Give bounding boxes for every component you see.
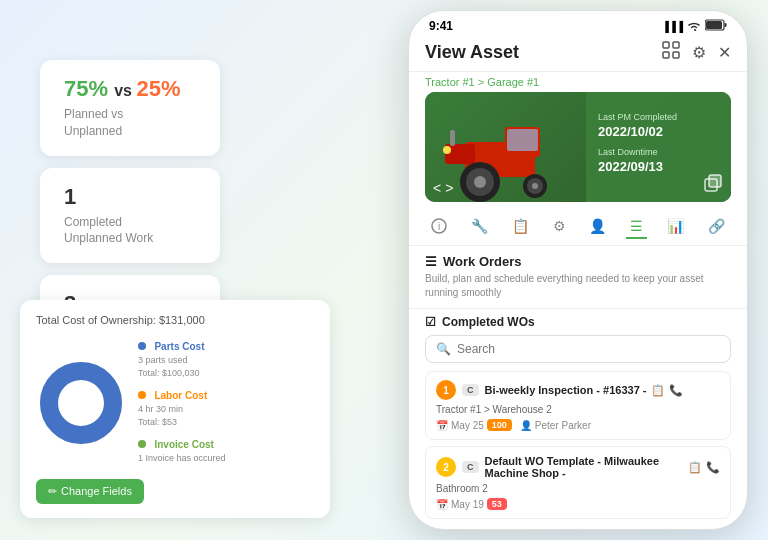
unplanned-number: 1 bbox=[64, 184, 196, 210]
stat-card-planned: 75% vs 25% Planned vsUnplanned bbox=[40, 60, 220, 156]
wo-status-1: C bbox=[462, 384, 479, 396]
last-downtime-date: 2022/09/13 bbox=[598, 159, 719, 174]
tab-list[interactable]: ☰ bbox=[626, 216, 647, 239]
donut-card-body: Parts Cost 3 parts usedTotal: $100,030 L… bbox=[36, 336, 314, 471]
calendar-icon-2: 📅 bbox=[436, 499, 448, 510]
legend-parts-sub: 3 parts usedTotal: $100,030 bbox=[138, 354, 314, 379]
page-title: View Asset bbox=[425, 42, 519, 63]
wo-name-1: Bi-weekly Inspection - #16337 - bbox=[485, 384, 647, 396]
svg-point-4 bbox=[59, 381, 103, 425]
planned-vs: vs bbox=[114, 82, 136, 99]
wo-title-row-2: Default WO Template - Milwaukee Machine … bbox=[485, 455, 721, 479]
planned-label: Planned vsUnplanned bbox=[64, 106, 196, 140]
wo-title-row-1: Bi-weekly Inspection - #16337 - 📋 📞 bbox=[485, 384, 721, 397]
close-icon[interactable]: ✕ bbox=[718, 43, 731, 62]
wo-date-1: 📅 May 25 100 bbox=[436, 419, 512, 431]
tab-link[interactable]: 🔗 bbox=[704, 216, 729, 239]
legend-invoice-title: Invoice Cost bbox=[138, 434, 314, 452]
svg-rect-8 bbox=[663, 42, 669, 48]
breadcrumb: Tractor #1 > Garage #1 bbox=[409, 72, 747, 92]
wo-meta-1: 📅 May 25 100 👤 Peter Parker bbox=[436, 419, 720, 431]
wo-priority-1: 1 bbox=[436, 380, 456, 400]
wo-date-2: 📅 May 19 53 bbox=[436, 498, 507, 510]
date-label-1: May 25 bbox=[451, 420, 484, 431]
wo-item-2[interactable]: 2 C Default WO Template - Milwaukee Mach… bbox=[425, 446, 731, 519]
wo-status-2: C bbox=[462, 461, 479, 473]
svg-point-22 bbox=[532, 183, 538, 189]
donut-legend: Parts Cost 3 parts usedTotal: $100,030 L… bbox=[138, 336, 314, 471]
wo-sub-1: Tractor #1 > Warehouse 2 bbox=[436, 404, 720, 415]
legend-dot-parts bbox=[138, 342, 146, 350]
wo-section-title: ☰ Work Orders bbox=[425, 254, 731, 269]
prev-icon[interactable]: < bbox=[433, 180, 441, 196]
legend-parts-label: Parts Cost bbox=[154, 341, 204, 352]
svg-rect-7 bbox=[706, 21, 722, 29]
svg-point-19 bbox=[474, 176, 486, 188]
wo-icons-2: 📋 📞 bbox=[688, 461, 720, 474]
wo-name-2: Default WO Template - Milwaukee Machine … bbox=[485, 455, 685, 479]
legend-dot-labor bbox=[138, 391, 146, 399]
next-icon[interactable]: > bbox=[445, 180, 453, 196]
date-label-2: May 19 bbox=[451, 499, 484, 510]
tab-info[interactable]: i bbox=[427, 216, 451, 239]
grid-icon[interactable] bbox=[662, 41, 680, 63]
svg-rect-11 bbox=[673, 52, 679, 58]
phone-mockup: 9:41 ▐▐▐ View Asset ⚙ ✕ Tractor #1 > Gar… bbox=[408, 10, 748, 530]
svg-rect-10 bbox=[663, 52, 669, 58]
svg-rect-16 bbox=[450, 130, 455, 146]
wifi-icon bbox=[687, 19, 701, 33]
donut-chart bbox=[36, 358, 126, 448]
legend-labor-label: Labor Cost bbox=[154, 390, 207, 401]
svg-rect-6 bbox=[725, 23, 727, 27]
date-badge-1: 100 bbox=[487, 419, 512, 431]
tab-icons-row: i 🔧 📋 ⚙ 👤 ☰ 📊 🔗 bbox=[409, 210, 747, 246]
wo-icon: ☰ bbox=[425, 254, 437, 269]
work-orders-section: ☰ Work Orders Build, plan and schedule e… bbox=[409, 246, 747, 309]
completed-wo-title: ☑ Completed WOs bbox=[425, 315, 731, 329]
tab-gear[interactable]: ⚙ bbox=[549, 216, 570, 239]
wo-clipboard-icon-2: 📋 bbox=[688, 461, 702, 474]
planned-value: 75% vs 25% bbox=[64, 76, 196, 102]
legend-labor-title: Labor Cost bbox=[138, 385, 314, 403]
wo-item-1[interactable]: 1 C Bi-weekly Inspection - #16337 - 📋 📞 … bbox=[425, 371, 731, 440]
header-icons: ⚙ ✕ bbox=[662, 41, 731, 63]
wo-item-2-header: 2 C Default WO Template - Milwaukee Mach… bbox=[436, 455, 720, 479]
svg-rect-14 bbox=[507, 129, 538, 151]
legend-invoice: Invoice Cost 1 Invoice has occured bbox=[138, 434, 314, 465]
change-fields-icon: ✏ bbox=[48, 485, 57, 498]
stat-card-unplanned: 1 CompletedUnplanned Work bbox=[40, 168, 220, 264]
wo-sub-2: Bathroom 2 bbox=[436, 483, 720, 494]
wo-phone-icon-2: 📞 bbox=[706, 461, 720, 474]
tab-person[interactable]: 👤 bbox=[585, 216, 610, 239]
tractor-image bbox=[435, 112, 565, 202]
svg-rect-9 bbox=[673, 42, 679, 48]
wo-clipboard-icon-1: 📋 bbox=[651, 384, 665, 397]
tab-clipboard[interactable]: 📋 bbox=[508, 216, 533, 239]
image-nav[interactable]: < > bbox=[433, 180, 453, 196]
legend-invoice-sub: 1 Invoice has occured bbox=[138, 452, 314, 465]
wo-phone-icon-1: 📞 bbox=[669, 384, 683, 397]
search-input[interactable] bbox=[457, 342, 720, 356]
status-bar: 9:41 ▐▐▐ bbox=[409, 11, 747, 37]
change-fields-label: Change Fields bbox=[61, 485, 132, 497]
wo-user-1: 👤 Peter Parker bbox=[520, 420, 591, 431]
wo-meta-2: 📅 May 19 53 bbox=[436, 498, 720, 510]
phone-header: View Asset ⚙ ✕ bbox=[409, 37, 747, 72]
unplanned-label: CompletedUnplanned Work bbox=[64, 214, 196, 248]
search-box[interactable]: 🔍 bbox=[425, 335, 731, 363]
last-downtime-label: Last Downtime bbox=[598, 147, 719, 157]
date-badge-2: 53 bbox=[487, 498, 507, 510]
legend-labor-sub: 4 hr 30 minTotal: $53 bbox=[138, 403, 314, 428]
donut-card-title: Total Cost of Ownership: $131,000 bbox=[36, 314, 314, 326]
change-fields-button[interactable]: ✏ Change Fields bbox=[36, 479, 144, 504]
calendar-icon-1: 📅 bbox=[436, 420, 448, 431]
3d-icon[interactable] bbox=[703, 173, 723, 196]
asset-image-container: Last PM Completed 2022/10/02 Last Downti… bbox=[425, 92, 731, 202]
settings-icon[interactable]: ⚙ bbox=[692, 43, 706, 62]
donut-card: Total Cost of Ownership: $131,000 Parts … bbox=[20, 300, 330, 518]
tab-chart[interactable]: 📊 bbox=[663, 216, 688, 239]
legend-invoice-label: Invoice Cost bbox=[154, 439, 213, 450]
legend-labor: Labor Cost 4 hr 30 minTotal: $53 bbox=[138, 385, 314, 428]
completed-wo-title-text: Completed WOs bbox=[442, 315, 535, 329]
tab-wrench[interactable]: 🔧 bbox=[467, 216, 492, 239]
